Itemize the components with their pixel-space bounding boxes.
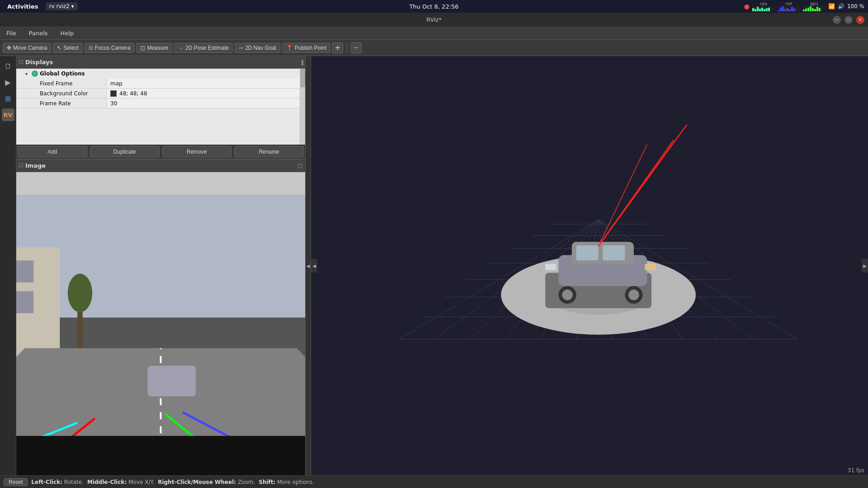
image-checkbox[interactable]: ☐ [19, 163, 24, 169]
global-options-label: Global Options [40, 70, 85, 77]
tree-scrollbar[interactable] [300, 69, 305, 145]
global-options-arrow[interactable]: ▾ [25, 71, 32, 76]
menu-bar: File Panels Help [0, 27, 868, 40]
toolbar-extra-button[interactable]: ─ [351, 42, 362, 53]
bg-color-swatch [110, 90, 117, 97]
status-bar: Reset Left-Click: Rotate. Middle-Click: … [0, 475, 868, 488]
frame-rate-label: Frame Rate [16, 99, 107, 108]
publish-point-icon: 📍 [286, 45, 293, 51]
measure-button[interactable]: ◫ Measure [136, 43, 172, 53]
net-monitor: net [778, 1, 800, 11]
displays-title: Displays [25, 59, 53, 66]
focus-camera-icon: ⊙ [89, 45, 93, 51]
nav-goal-button[interactable]: ⇒ 2D Nav Goal [235, 43, 280, 53]
wifi-icon: 📶 [828, 3, 835, 9]
remove-button[interactable]: Remove [162, 146, 232, 157]
tree-container: ▾ Global Options Fixed Frame map Backgro… [16, 69, 305, 145]
camera-image-viewport[interactable] [16, 195, 305, 475]
toolbar-separator [347, 43, 347, 53]
select-icon: ↖ [57, 45, 61, 51]
cpu-monitor: cpu [752, 1, 775, 11]
left-click-label: Left-Click: Rotate. [31, 479, 84, 485]
title-bar: RViz* ─ □ ✕ [0, 13, 868, 27]
toolbar: ✥ Move Camera ↖ Select ⊙ Focus Camera ◫ … [0, 40, 868, 56]
svg-rect-20 [235, 361, 279, 388]
app-indicator[interactable]: rv rviz2 ▾ [46, 2, 78, 10]
image-header: ☐ Image □ [16, 160, 305, 172]
tree-panel: ▾ Global Options Fixed Frame map Backgro… [16, 69, 300, 145]
left-panel: ☐ Displays ▐ ▾ Global Options Fixed [16, 56, 306, 475]
dock-files-icon[interactable]: 🗋 [2, 60, 14, 72]
menu-help[interactable]: Help [58, 29, 77, 38]
record-button[interactable]: ● [744, 3, 750, 10]
fps-display: 31 fps [848, 467, 864, 474]
dock-code-icon[interactable]: ⊞ [2, 92, 14, 105]
fixed-frame-value[interactable]: map [107, 79, 300, 88]
left-dock: 🗋 ▶ ⊞ RV [0, 56, 16, 475]
bg-color-value[interactable]: 48; 48; 48 [107, 89, 300, 98]
add-button[interactable]: Add [18, 146, 87, 157]
fixed-frame-label: Fixed Frame [16, 79, 107, 88]
bg-color-row: Background Color 48; 48; 48 [16, 89, 300, 99]
collapse-arrow: ◀ [307, 263, 310, 268]
svg-rect-5 [16, 261, 33, 283]
viewport-collapse-right[interactable]: ▶ [862, 259, 868, 272]
3d-viewport[interactable]: ◀ ▶ 31 fps [311, 56, 868, 475]
shift-label: Shift: More options. [259, 479, 314, 485]
publish-point-button[interactable]: 📍 Publish Point [282, 43, 330, 53]
svg-point-12 [68, 274, 92, 312]
displays-header: ☐ Displays ▐ [16, 56, 305, 69]
nav-icon: ⇒ [239, 45, 243, 51]
svg-rect-21 [16, 436, 305, 475]
3d-scene-svg [311, 56, 868, 475]
select-button[interactable]: ↖ Select [53, 43, 82, 53]
svg-rect-51 [603, 245, 625, 260]
minimize-button[interactable]: ─ [833, 16, 841, 24]
tree-empty-area [16, 108, 300, 145]
svg-rect-19 [147, 366, 196, 396]
activities-button[interactable]: Activities [4, 2, 42, 11]
frame-rate-row: Frame Rate 30 [16, 99, 300, 108]
dock-terminal-icon[interactable]: ▶ [2, 76, 14, 89]
menu-panels[interactable]: Panels [26, 29, 51, 38]
window-title: RViz* [426, 16, 442, 23]
right-click-label: Right-Click/Mouse Wheel: Zoom. [158, 479, 255, 485]
tree-scroll-thumb[interactable] [301, 69, 305, 87]
system-tray: ● cpu net [744, 1, 864, 11]
rename-button[interactable]: Rename [234, 146, 304, 157]
global-options-icon [32, 70, 38, 77]
image-properties-area [16, 172, 305, 195]
maximize-button[interactable]: □ [844, 16, 853, 24]
displays-checkbox[interactable]: ☐ [19, 59, 24, 65]
window-controls: ─ □ ✕ [833, 16, 864, 24]
dock-rviz-icon[interactable]: RV [2, 108, 14, 121]
menu-file[interactable]: File [4, 29, 19, 38]
focus-camera-button[interactable]: ⊙ Focus Camera [85, 43, 135, 53]
fixed-frame-row: Fixed Frame map [16, 79, 300, 89]
panel-collapse-handle[interactable]: ◀ [306, 56, 311, 475]
svg-rect-8 [16, 291, 33, 313]
move-camera-button[interactable]: ✥ Move Camera [3, 43, 51, 53]
frame-rate-value[interactable]: 30 [107, 99, 300, 108]
image-title: Image [25, 162, 46, 169]
svg-rect-57 [645, 264, 656, 270]
displays-scroll-handle: ▐ [300, 60, 303, 65]
global-options-row[interactable]: ▾ Global Options [16, 69, 300, 79]
volume-icon[interactable]: 🔊 [838, 3, 844, 9]
image-expand-icon: □ [298, 163, 302, 169]
close-button[interactable]: ✕ [856, 16, 864, 24]
middle-click-label: Middle-Click: Move X/Y. [87, 479, 154, 485]
svg-rect-56 [545, 264, 556, 270]
add-tool-button[interactable]: + [332, 42, 343, 53]
viewport-collapse-left[interactable]: ◀ [311, 259, 317, 272]
battery-indicator: 100 % [847, 3, 864, 9]
bg-color-label: Background Color [16, 89, 107, 98]
measure-icon: ◫ [140, 45, 145, 51]
image-section: ☐ Image □ [16, 160, 305, 475]
pose-estimate-button[interactable]: → 2D Pose Estimate [174, 43, 233, 53]
reset-button[interactable]: Reset [4, 478, 28, 486]
duplicate-button[interactable]: Duplicate [90, 146, 160, 157]
gpu-monitor: gpu [803, 1, 826, 11]
camera-image-svg [16, 195, 305, 475]
main-layout: 🗋 ▶ ⊞ RV ☐ Displays ▐ ▾ Global O [0, 56, 868, 475]
